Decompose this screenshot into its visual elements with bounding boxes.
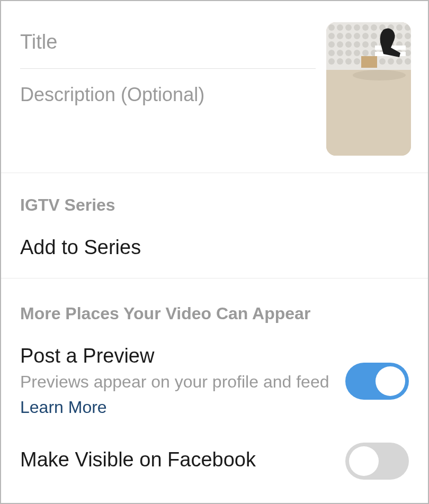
toggle-knob [376,366,405,396]
post-preview-toggle[interactable] [345,363,409,400]
svg-point-16 [362,33,369,39]
toggle-knob [349,446,379,476]
series-header: IGTV Series [20,195,409,215]
svg-point-13 [337,33,343,39]
svg-point-20 [396,33,403,39]
post-preview-title: Post a Preview [20,345,335,367]
svg-point-6 [362,24,369,31]
svg-point-35 [354,50,360,56]
post-preview-row: Post a Preview Previews appear on your p… [20,345,409,417]
facebook-row: Make Visible on Facebook [20,443,409,480]
svg-point-2 [328,24,335,31]
svg-point-34 [345,50,352,56]
svg-point-12 [328,33,335,39]
svg-point-15 [354,33,360,39]
svg-point-26 [362,41,369,48]
facebook-toggle[interactable] [345,443,409,480]
svg-point-33 [337,50,343,56]
svg-point-49 [388,58,394,65]
svg-point-50 [396,58,403,65]
svg-rect-54 [361,56,377,68]
svg-point-4 [345,24,352,31]
svg-point-22 [328,41,335,48]
series-section: IGTV Series Add to Series [1,173,428,278]
svg-point-48 [379,58,386,65]
add-to-series-button[interactable]: Add to Series [20,236,409,259]
inputs-container [20,18,316,156]
more-places-section: More Places Your Video Can Appear Post a… [1,278,428,501]
svg-point-3 [337,24,343,31]
video-thumbnail[interactable] [326,22,411,156]
svg-point-32 [328,50,335,56]
svg-point-45 [354,58,360,65]
top-section [1,1,428,173]
facebook-text: Make Visible on Facebook [20,448,335,474]
svg-point-11 [405,24,411,31]
svg-rect-0 [326,70,411,156]
svg-point-24 [345,41,352,48]
svg-point-5 [354,24,360,31]
svg-point-42 [328,58,335,65]
svg-point-36 [362,50,369,56]
svg-point-21 [405,33,411,39]
post-preview-subtitle: Previews appear on your profile and feed [20,371,335,393]
svg-point-25 [354,41,360,48]
svg-point-10 [396,24,403,31]
description-input[interactable] [20,69,316,132]
post-preview-text: Post a Preview Previews appear on your p… [20,345,335,417]
svg-point-23 [337,41,343,48]
svg-point-51 [405,58,411,65]
svg-point-55 [353,70,406,80]
svg-point-17 [371,33,377,39]
svg-point-43 [337,58,343,65]
svg-point-14 [345,33,352,39]
facebook-title: Make Visible on Facebook [20,448,335,471]
title-input[interactable] [20,18,316,69]
svg-point-7 [371,24,377,31]
svg-point-44 [345,58,352,65]
more-places-header: More Places Your Video Can Appear [20,304,409,323]
learn-more-link[interactable]: Learn More [20,398,107,417]
